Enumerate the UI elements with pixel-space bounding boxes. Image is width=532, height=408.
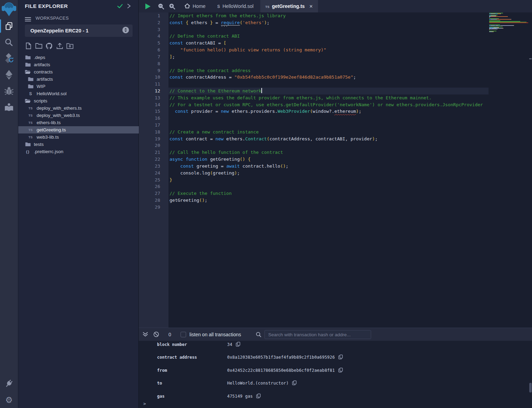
search-button[interactable] [0,34,18,50]
deploy-and-run-button[interactable] [0,67,18,83]
listen-checkbox[interactable] [181,332,186,337]
zoom-out-button[interactable] [158,0,164,12]
code-line-18[interactable]: // Create a new contract instance [168,129,489,136]
code-token: () [199,198,205,203]
detail-key: block number [157,342,227,347]
tree-item-artifacts[interactable]: artifacts [18,76,139,83]
code-token: [ [224,40,226,46]
copy-icon[interactable] [338,355,343,359]
code-line-6[interactable]: "function hello() public view returns (s… [168,47,489,53]
code-line-15[interactable]: const provider = new ethers.providers.We… [168,108,489,115]
code-line-8[interactable] [168,60,489,67]
code-token: ethers. [224,136,245,141]
plugin-manager-button[interactable] [0,376,18,392]
code-line-3[interactable] [168,26,489,33]
tab-helloworld-sol[interactable]: SHelloWorld.sol [212,0,258,12]
code-line-14[interactable]: // For a testnet or custom RPC, use ethe… [168,101,489,108]
clear-console-icon[interactable] [153,331,159,337]
expand-panel-chevron-icon[interactable] [127,3,131,10]
line-number: 7 [139,53,168,60]
code-line-22[interactable]: async function getGreeting() { [168,156,489,163]
code-line-2[interactable]: const { ethers } = require('ethers'); [168,19,489,26]
code-line-16[interactable] [168,115,489,122]
line-number: 5 [139,40,168,47]
create-file-button[interactable] [25,42,32,50]
collapse-terminal-icon[interactable] [143,332,148,337]
terminal-toolbar: 0 listen on all transactions [139,328,532,341]
code-line-20[interactable] [168,142,489,149]
run-script-button[interactable] [145,0,151,12]
code-line-10[interactable]: const contractAddress = "0xb54febb5c0c0f… [168,74,489,81]
workspace-select[interactable]: OpenZeppelin ERC20 - 1 [25,24,133,37]
code-token: ; [172,54,175,59]
tree-item--deps[interactable]: .deps [18,54,139,61]
tree-item-contracts[interactable]: contracts [18,68,139,76]
code-line-1[interactable]: // Import ethers from the ethers.js libr… [168,12,489,19]
tree-item-artifacts[interactable]: artifacts [18,61,139,68]
settings-button[interactable]: ⚙ [0,392,18,408]
code-line-19[interactable]: const contract = new ethers.Contract(con… [168,136,489,142]
tree-item-tests[interactable]: tests [18,141,139,148]
ts-icon: TS [265,3,269,9]
code-token: ; [205,198,207,203]
workspace-menu-icon[interactable] [25,16,31,22]
upload-folder-button[interactable] [66,42,74,50]
tree-item-scripts[interactable]: scripts [18,97,139,105]
code-line-24[interactable]: console.log(greeting); [168,170,489,177]
active-view-indicator [0,19,1,33]
copy-icon[interactable] [292,380,297,385]
code-line-4[interactable]: // Define the contract ABI [168,33,489,40]
debugger-button[interactable] [0,83,18,99]
code-editor[interactable]: // Import ethers from the ethers.js libr… [168,12,489,328]
terminal-prompt[interactable]: > [143,401,146,406]
zoom-in-button[interactable] [169,0,175,12]
tree-item-web3-lib-ts[interactable]: TSweb3-lib.ts [18,133,139,141]
publish-to-gist-button[interactable] [46,42,53,50]
code-token: { [186,20,188,25]
workspace-selected-value: OpenZeppelin ERC20 - 1 [30,28,122,33]
tab-home[interactable]: Home [180,0,210,12]
tree-item-deploy-with-web3-ts[interactable]: TSdeploy_with_web3.ts [18,112,139,119]
copy-icon[interactable] [256,394,261,398]
minimap[interactable] [489,13,530,33]
tree-item-wip[interactable]: WIP [18,83,139,90]
tree-item-helloworld-sol[interactable]: SHelloWorld.sol [18,90,139,97]
copy-icon[interactable] [338,368,343,372]
tree-item-label: deploy_with_web3.ts [37,113,80,118]
tree-item-getgreeting-ts[interactable]: TSgetGreeting.ts [18,126,139,133]
detail-value: 475149 gas [227,394,253,399]
code-line-28[interactable]: getGreeting(); [168,197,489,204]
code-token: ) [356,109,359,114]
code-line-29[interactable] [168,204,489,211]
code-line-23[interactable]: const greeting = await contract.hello(); [168,163,489,170]
code-line-9[interactable]: // Define the contract address [168,67,489,74]
code-line-25[interactable]: } [168,177,489,183]
upload-file-button[interactable] [56,42,63,50]
code-line-11[interactable] [168,81,489,88]
code-line-21[interactable]: // Call the hello function of the contra… [168,149,489,156]
tab-getgreeting-ts[interactable]: TSgetGreeting.ts✕ [260,0,318,12]
tree-item--prettierrc-json[interactable]: {}.prettierrc.json [18,148,139,155]
solidity-compiler-button[interactable] [0,50,18,67]
solidity-unit-testing-button[interactable] [0,99,18,115]
terminal-search-input[interactable] [264,330,371,339]
code-token [170,47,180,52]
code-line-26[interactable] [168,183,489,190]
file-explorer-button[interactable] [0,18,18,34]
tree-item-ethers-lib-ts[interactable]: TSethers-lib.ts [18,119,139,126]
remix-logo[interactable] [0,0,18,18]
code-line-13[interactable]: // This example uses the default provide… [168,94,489,101]
code-line-5[interactable]: const contractABI = [ [168,40,489,47]
close-tab-icon[interactable]: ✕ [309,4,313,9]
folder-closed-icon [28,77,33,81]
tree-item-deploy-with-ethers-ts[interactable]: TSdeploy_with_ethers.ts [18,105,139,112]
code-token: () [280,163,286,169]
copy-icon[interactable] [236,342,240,347]
terminal-scrollbar-thumb[interactable] [529,383,532,392]
create-folder-button[interactable] [35,42,42,50]
code-line-17[interactable] [168,122,489,129]
code-line-12[interactable]: // Connect to the Ethereum network [168,88,489,94]
code-line-27[interactable]: // Execute the function [168,190,489,197]
line-number: 28 [139,197,168,204]
code-line-7[interactable]: ]; [168,53,489,60]
